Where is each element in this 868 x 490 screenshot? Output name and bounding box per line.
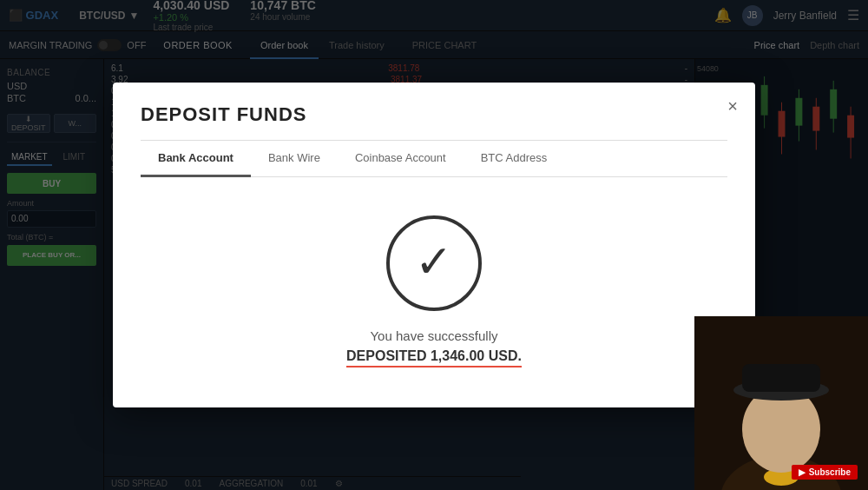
success-text: You have successfully	[370, 328, 497, 343]
deposit-amount: DEPOSITED 1,346.00 USD.	[346, 348, 522, 368]
webcam-overlay	[694, 316, 868, 490]
checkmark-icon: ✓	[415, 239, 453, 284]
deposit-modal: DEPOSIT FUNDS × Bank Account Bank Wire C…	[113, 83, 755, 407]
modal-tabs: Bank Account Bank Wire Coinbase Account …	[141, 141, 727, 177]
modal-title: DEPOSIT FUNDS	[141, 103, 727, 126]
webcam-svg	[694, 316, 868, 490]
tab-bank-account[interactable]: Bank Account	[141, 141, 251, 177]
webcam-face	[694, 316, 868, 490]
modal-content: ✓ You have successfully DEPOSITED 1,346.…	[141, 198, 727, 376]
tab-coinbase-account[interactable]: Coinbase Account	[338, 141, 464, 177]
youtube-icon: ▶	[799, 467, 806, 477]
modal-close-button[interactable]: ×	[727, 96, 738, 116]
subscribe-label: Subscribe	[809, 467, 851, 477]
svg-rect-27	[742, 364, 820, 392]
tab-bank-wire[interactable]: Bank Wire	[251, 141, 338, 177]
success-circle: ✓	[386, 215, 482, 311]
tab-btc-address[interactable]: BTC Address	[464, 141, 565, 177]
subscribe-badge[interactable]: ▶ Subscribe	[792, 465, 858, 480]
